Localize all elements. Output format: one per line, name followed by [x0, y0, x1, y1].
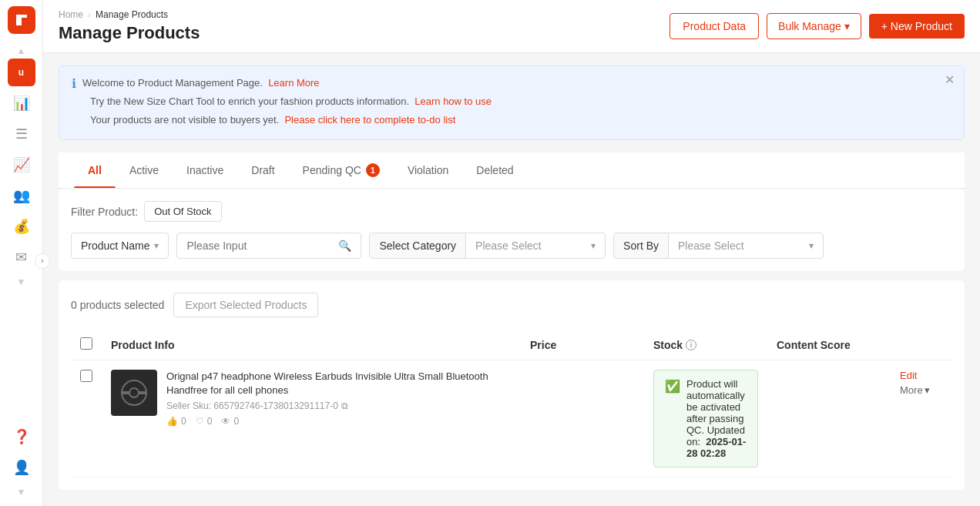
- chart-icon[interactable]: 📊: [8, 89, 35, 117]
- search-input[interactable]: [186, 240, 332, 252]
- tab-pending-qc-label: Pending QC: [303, 164, 361, 176]
- row-checkbox[interactable]: [80, 370, 92, 382]
- sku-text: Seller Sku: 665792746-1738013291117-0: [166, 400, 338, 411]
- product-details: Orignal p47 headphone Wireless Earbuds I…: [166, 370, 512, 427]
- stock-info-icon[interactable]: i: [686, 340, 696, 350]
- stock-cell: ✅ Product will automatically be activate…: [644, 360, 767, 478]
- price-cell: [521, 360, 644, 478]
- users-icon[interactable]: 👥: [8, 182, 35, 209]
- sortby-chevron-icon: ▾: [809, 240, 814, 251]
- messages-icon[interactable]: ✉: [8, 243, 35, 271]
- svg-rect-3: [139, 391, 146, 394]
- tab-inactive-label: Inactive: [186, 164, 223, 176]
- products-table-panel: 0 products selected Export Selected Prod…: [59, 280, 965, 490]
- search-icon: 🔍: [338, 240, 351, 252]
- topbar: Home › Manage Products Manage Products P…: [43, 0, 980, 53]
- topbar-right: Product Data Bulk Manage ▾ + New Product: [670, 13, 965, 39]
- info-banner: ✕ ℹ Welcome to Product Management Page. …: [59, 65, 965, 140]
- breadcrumb-home[interactable]: Home: [59, 9, 83, 20]
- product-data-button[interactable]: Product Data: [670, 13, 759, 39]
- sidebar-logo[interactable]: [8, 6, 35, 34]
- bulk-manage-chevron-icon: ▾: [844, 20, 850, 32]
- price-header: Price: [521, 330, 644, 360]
- banner-learn-more-link[interactable]: Learn More: [268, 77, 319, 89]
- filter-row: Filter Product: Out Of Stock: [71, 201, 952, 222]
- more-label: More: [900, 384, 923, 396]
- copy-sku-icon[interactable]: ⧉: [341, 400, 348, 411]
- page-title: Manage Products: [59, 23, 200, 43]
- table-row: Orignal p47 headphone Wireless Earbuds I…: [71, 360, 952, 478]
- main-content: Home › Manage Products Manage Products P…: [43, 0, 980, 506]
- tab-violation-label: Violation: [408, 164, 448, 176]
- sortby-label: Sort By: [614, 233, 669, 258]
- stock-label: Stock: [653, 339, 683, 351]
- product-info-cell: Orignal p47 headphone Wireless Earbuds I…: [102, 360, 521, 478]
- add-user-icon[interactable]: 👤: [8, 454, 35, 481]
- pending-qc-badge: 1: [366, 163, 380, 177]
- tab-draft-label: Draft: [251, 164, 274, 176]
- tab-pending-qc[interactable]: Pending QC 1: [289, 152, 394, 188]
- info-icon: ℹ: [72, 76, 76, 91]
- banner-close-button[interactable]: ✕: [945, 74, 955, 86]
- banner-line3-text: Your products are not visible to buyers …: [90, 114, 279, 126]
- banner-learn-how-link[interactable]: Learn how to use: [414, 96, 492, 107]
- tab-all[interactable]: All: [74, 152, 116, 188]
- select-all-checkbox[interactable]: [80, 337, 92, 350]
- banner-line3: Your products are not visible to buyers …: [90, 112, 455, 128]
- banner-line2-text: Try the New Size Chart Tool to enrich yo…: [90, 96, 409, 107]
- hearts-stat: ♡ 0: [196, 416, 213, 427]
- banner-line2: Try the New Size Chart Tool to enrich yo…: [90, 94, 492, 109]
- search-type-dropdown[interactable]: Product Name ▾: [71, 233, 169, 259]
- analytics-icon[interactable]: 📈: [8, 151, 35, 179]
- product-stats: 👍 0 ♡ 0 👁: [166, 416, 512, 427]
- hearts-icon: ♡: [196, 416, 204, 427]
- qc-check-icon: ✅: [665, 379, 680, 394]
- banner-todo-link[interactable]: Please click here to complete to-do list: [284, 114, 455, 126]
- svg-point-1: [129, 388, 139, 397]
- likes-count: 0: [181, 416, 186, 427]
- content-score-cell: [767, 360, 891, 478]
- search-type-label: Product Name: [81, 240, 149, 252]
- tab-draft[interactable]: Draft: [237, 152, 288, 188]
- out-of-stock-filter[interactable]: Out Of Stock: [144, 201, 221, 222]
- export-selected-button[interactable]: Export Selected Products: [173, 293, 318, 317]
- search-row: Product Name ▾ 🔍 Select Category Please …: [71, 233, 952, 259]
- qc-text: Product will automatically be activated …: [686, 378, 747, 459]
- banner-line1: Welcome to Product Management Page. Lear…: [82, 75, 320, 91]
- topbar-left: Home › Manage Products Manage Products: [59, 9, 200, 43]
- category-chevron-icon: ▾: [591, 240, 596, 251]
- filter-panel: Filter Product: Out Of Stock Product Nam…: [59, 189, 965, 271]
- selected-count: 0 products selected: [71, 299, 164, 311]
- row-checkbox-cell: [71, 360, 102, 478]
- sidebar-toggle-btn[interactable]: ›: [35, 253, 50, 269]
- finance-icon[interactable]: 💰: [8, 213, 35, 240]
- edit-link[interactable]: Edit: [900, 370, 943, 381]
- bulk-manage-button[interactable]: Bulk Manage ▾: [767, 13, 861, 39]
- svg-rect-2: [122, 391, 129, 394]
- scroll-down-btn[interactable]: ▼: [8, 274, 35, 290]
- sidebar-badge[interactable]: u: [8, 59, 35, 86]
- bulk-manage-label: Bulk Manage: [778, 20, 841, 32]
- select-all-header: [71, 330, 102, 360]
- search-input-wrapper: 🔍: [176, 233, 361, 259]
- bottom-scroll-down[interactable]: ▼: [8, 484, 35, 500]
- search-type-chevron-icon: ▾: [154, 240, 159, 251]
- sortby-dropdown[interactable]: Please Select ▾: [669, 233, 823, 258]
- actions-header: [891, 330, 952, 360]
- tab-violation[interactable]: Violation: [394, 152, 462, 188]
- table-toolbar: 0 products selected Export Selected Prod…: [71, 293, 952, 317]
- new-product-button[interactable]: + New Product: [869, 14, 965, 39]
- content-score-header: Content Score: [767, 330, 891, 360]
- category-dropdown[interactable]: Please Select ▾: [466, 233, 605, 258]
- tab-inactive[interactable]: Inactive: [173, 152, 237, 188]
- more-link[interactable]: More ▾: [900, 384, 943, 396]
- orders-icon[interactable]: ☰: [8, 120, 35, 148]
- tab-deleted[interactable]: Deleted: [462, 152, 527, 188]
- tab-active[interactable]: Active: [116, 152, 173, 188]
- sortby-placeholder: Please Select: [678, 240, 744, 252]
- tab-active-label: Active: [129, 164, 159, 176]
- scroll-up-btn[interactable]: ▲: [8, 43, 35, 59]
- table-header-row: Product Info Price Stock i Content Score: [71, 330, 952, 360]
- product-info-header: Product Info: [102, 330, 521, 360]
- help-icon[interactable]: ❓: [8, 423, 35, 451]
